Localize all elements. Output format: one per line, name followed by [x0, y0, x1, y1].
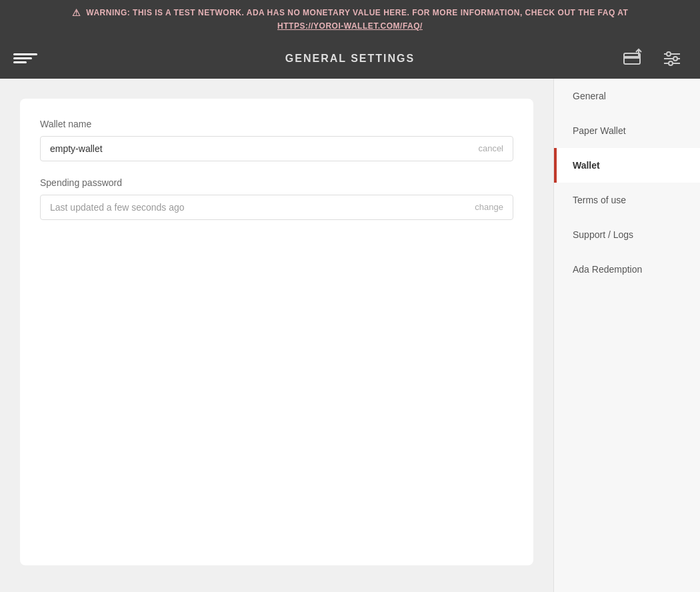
svg-point-6	[673, 57, 677, 61]
settings-sliders-icon	[661, 48, 683, 69]
warning-icon: ⚠	[72, 5, 81, 20]
change-password-button[interactable]: change	[475, 202, 503, 212]
sidebar-item-ada-redemption-label: Ada Redemption	[573, 264, 642, 275]
sidebar-item-paper-wallet-label: Paper Wallet	[573, 125, 626, 136]
wallet-name-input[interactable]	[50, 143, 478, 154]
spending-password-row: Last updated a few seconds ago change	[40, 195, 513, 220]
spending-password-label: Spending password	[40, 177, 513, 188]
logo-line-1	[13, 53, 37, 55]
logo-icon[interactable]	[13, 45, 40, 72]
logo-line-3	[13, 61, 27, 63]
sidebar-item-general[interactable]: General	[554, 79, 700, 113]
topnav-right	[617, 43, 687, 75]
sidebar-item-wallet-label: Wallet	[573, 160, 600, 171]
main-layout: Wallet name cancel Spending password Las…	[0, 79, 700, 592]
sidebar-item-general-label: General	[573, 91, 606, 101]
settings-card: Wallet name cancel Spending password Las…	[20, 99, 533, 565]
warning-text: WARNING: THIS IS A TEST NETWORK. ADA HAS…	[86, 7, 628, 19]
page-title: GENERAL SETTINGS	[285, 53, 415, 65]
logo-line-2	[13, 57, 32, 59]
sidebar-item-ada-redemption[interactable]: Ada Redemption	[554, 252, 700, 287]
topnav: GENERAL SETTINGS	[0, 39, 700, 79]
warning-link[interactable]: HTTPS://YOROI-WALLET.COM/FAQ/	[277, 20, 423, 33]
cancel-button[interactable]: cancel	[478, 143, 503, 153]
wallet-name-label: Wallet name	[40, 119, 513, 129]
last-updated-text: Last updated a few seconds ago	[50, 202, 475, 213]
wallet-receive-button[interactable]	[617, 43, 649, 75]
sidebar-item-support-logs[interactable]: Support / Logs	[554, 217, 700, 252]
sidebar-item-support-logs-label: Support / Logs	[573, 229, 633, 240]
content-area: Wallet name cancel Spending password Las…	[0, 79, 553, 592]
sidebar-item-terms-of-use[interactable]: Terms of use	[554, 183, 700, 217]
sidebar-item-paper-wallet[interactable]: Paper Wallet	[554, 113, 700, 148]
svg-point-4	[667, 52, 671, 56]
topnav-left	[13, 45, 40, 72]
settings-button[interactable]	[657, 44, 687, 73]
sidebar: General Paper Wallet Wallet Terms of use…	[553, 79, 700, 592]
svg-point-8	[669, 61, 673, 65]
wallet-name-input-row: cancel	[40, 136, 513, 161]
wallet-receive-icon	[621, 47, 645, 71]
sidebar-item-terms-of-use-label: Terms of use	[573, 195, 626, 205]
warning-banner: ⚠ WARNING: THIS IS A TEST NETWORK. ADA H…	[0, 0, 700, 39]
svg-rect-1	[624, 56, 640, 59]
sidebar-item-wallet[interactable]: Wallet	[554, 148, 700, 183]
